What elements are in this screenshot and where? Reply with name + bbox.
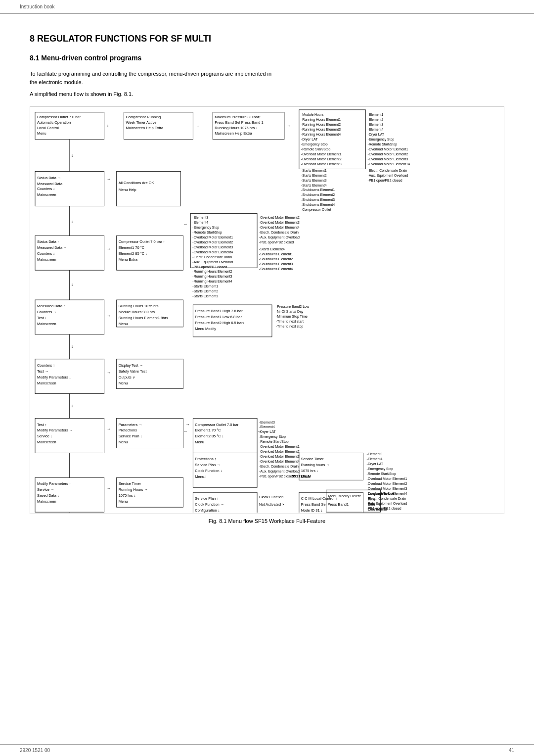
svg-text:-Remote Start/Stop: -Remote Start/Stop — [259, 440, 289, 444]
svg-text:↓: ↓ — [71, 152, 73, 157]
svg-text:Service Plan          →: Service Plan → — [195, 463, 220, 467]
svg-text:→: → — [107, 246, 111, 251]
svg-text:-Time to next stop: -Time to next stop — [276, 324, 304, 328]
svg-text:-Minimum Stop Time: -Minimum Stop Time — [276, 314, 308, 318]
svg-text:Outputs               ∨: Outputs ∨ — [119, 375, 135, 379]
svg-text:Service               →: Service → — [37, 487, 54, 492]
svg-text:-Overload Motor Element2: -Overload Motor Element2 — [301, 157, 342, 160]
svg-text:-Aux. Equipment Overload: -Aux. Equipment Overload — [368, 173, 408, 177]
svg-text:Menu        Help: Menu Help — [119, 188, 136, 192]
svg-text:-Running Hours  Element4: -Running Hours Element4 — [301, 132, 341, 136]
svg-text:Compressor Outlet   7.0 bar: Compressor Outlet 7.0 bar — [37, 114, 81, 119]
svg-text:-Shutdowns Element2: -Shutdowns Element2 — [301, 193, 335, 196]
svg-text:Counters              ↑: Counters ↑ — [37, 363, 55, 367]
svg-text:Not Activated    >: Not Activated > — [259, 502, 284, 507]
svg-text:-Electr. Condensate Drain: -Electr. Condensate Drain — [192, 255, 232, 259]
svg-text:Configuration         ↓: Configuration ↓ — [195, 508, 220, 513]
svg-text:↓: ↓ — [71, 343, 73, 348]
svg-text:-Starts Element3: -Starts Element3 — [301, 178, 327, 182]
svg-text:-Remote Start/Stop: -Remote Start/Stop — [367, 472, 397, 476]
svg-text:-Running Hours  Element1: -Running Hours Element1 — [301, 117, 341, 121]
svg-text:Pressure Band2 High  6.5 bar↓: Pressure Band2 High 6.5 bar↓ — [195, 320, 244, 325]
svg-text:-Date: -Date — [367, 503, 375, 506]
intro-line3: A simplified menu flow is shown in Fig. … — [30, 90, 504, 98]
svg-text:-Module Hours: -Module Hours — [301, 112, 324, 116]
svg-text:-Date Format: -Date Format — [367, 508, 387, 511]
svg-text:Week Timer Active: Week Timer Active — [126, 120, 157, 124]
svg-text:-Starts Element1: -Starts Element1 — [192, 284, 218, 288]
svg-text:-Shutdowns Element4: -Shutdowns Element4 — [259, 267, 293, 271]
svg-text:-Starts Element2: -Starts Element2 — [301, 173, 327, 177]
svg-text:-Shutdowns Element3: -Shutdowns Element3 — [301, 198, 335, 201]
svg-text:-Running Hours Element2: -Running Hours Element2 — [192, 270, 232, 274]
svg-text:→: → — [107, 486, 111, 491]
svg-text:-Time to next start: -Time to next start — [276, 319, 304, 323]
svg-text:Pressure Band1 High   7.8 bar: Pressure Band1 High 7.8 bar — [195, 308, 243, 313]
svg-text:-Emergency Stop: -Emergency Stop — [259, 435, 286, 439]
svg-text:Mainscreen: Mainscreen — [37, 440, 56, 444]
svg-text:-Electr. Condensate Drain: -Electr. Condensate Drain — [259, 465, 299, 468]
svg-text:Menu: Menu — [119, 380, 128, 385]
svg-text:1075 hrs   ↓: 1075 hrs ↓ — [301, 469, 318, 473]
svg-text:-Element4: -Element4 — [368, 127, 384, 131]
svg-text:-Overload Motor Element1: -Overload Motor Element1 — [301, 152, 342, 155]
svg-text:Protections: Protections — [119, 428, 137, 432]
svg-text:Service               ↓: Service ↓ — [37, 434, 52, 438]
svg-text:Status Data           ↑: Status Data ↑ — [37, 239, 59, 244]
svg-text:Press Band Sel  Press Band 1: Press Band Sel Press Band 1 — [215, 120, 263, 124]
page: Instruction book 8 REGULATOR FUNCTIONS F… — [0, 0, 534, 756]
svg-text:-Element2: -Element2 — [368, 117, 384, 121]
svg-text:Test                  →: Test → — [37, 369, 48, 373]
svg-text:-Overload Motor Element3: -Overload Motor Element3 — [259, 455, 300, 458]
svg-text:Menu: Menu — [37, 131, 46, 135]
svg-text:-Shutdowns Element1: -Shutdowns Element1 — [301, 188, 335, 191]
svg-text:-Element3: -Element3 — [367, 452, 383, 456]
svg-text:-Overload Motor Element2: -Overload Motor Element2 — [259, 216, 300, 219]
svg-text:-Aux. Equipment Overload: -Aux. Equipment Overload — [259, 236, 300, 239]
svg-text:-Dryer LAT: -Dryer LAT — [301, 137, 318, 141]
svg-text:Mainscreen: Mainscreen — [37, 499, 56, 504]
svg-text:Press Band Sel  Press Band1: Press Band Sel Press Band1 — [301, 502, 349, 507]
svg-text:-Nr Of Starts/ Day: -Nr Of Starts/ Day — [276, 309, 304, 313]
svg-text:-Shutdowns Element1: -Shutdowns Element1 — [259, 252, 293, 256]
svg-text:Module Hours       980 hrs: Module Hours 980 hrs — [119, 309, 155, 314]
svg-text:Protections           ↑: Protections ↑ — [195, 457, 216, 461]
svg-text:-Overload Motor Element2: -Overload Motor Element2 — [192, 240, 233, 244]
svg-text:All Conditions Are OK: All Conditions Are OK — [119, 180, 154, 185]
svg-text:→: → — [107, 313, 111, 318]
svg-text:↓: ↓ — [71, 219, 73, 224]
svg-text:↓: ↓ — [71, 282, 73, 287]
svg-text:Service Timer: Service Timer — [301, 457, 324, 461]
svg-text:Counters              ↓: Counters ↓ — [37, 251, 55, 256]
svg-text:Running Hours     1075 hrs: Running Hours 1075 hrs — [119, 304, 159, 308]
svg-text:-Starts Element1: -Starts Element1 — [301, 168, 327, 172]
menu-flow-diagram: Compressor Outlet 7.0 bar Automatic Oper… — [30, 106, 504, 514]
svg-text:Modify Parameters     ↓: Modify Parameters ↓ — [37, 375, 71, 379]
svg-text:-Shutdowns Element2: -Shutdowns Element2 — [259, 257, 293, 261]
svg-text:-Dryer LAT: -Dryer LAT — [367, 462, 384, 466]
svg-text:→: → — [107, 176, 111, 181]
svg-text:Maximum Pressure   8.0 bar↑: Maximum Pressure 8.0 bar↑ — [215, 114, 261, 119]
svg-text:Compressor Outlet  7.0 bar: Compressor Outlet 7.0 bar — [195, 422, 239, 426]
svg-text:-Compressor Outlet: -Compressor Outlet — [301, 208, 331, 212]
svg-text:Clock Function        →: Clock Function → — [195, 502, 224, 507]
svg-text:-Electr. Condensate Drain: -Electr. Condensate Drain — [259, 231, 299, 234]
svg-text:Mainscreen: Mainscreen — [37, 192, 56, 197]
svg-text:-Overload Motor Element3: -Overload Motor Element3 — [259, 221, 300, 224]
svg-text:→: → — [183, 429, 187, 434]
svg-text:-Overload Motor Element1: -Overload Motor Element1 — [368, 147, 408, 150]
svg-text:-Starts Element3: -Starts Element3 — [192, 294, 218, 298]
svg-text:-Element4: -Element4 — [367, 457, 383, 461]
svg-text:55117PEN: 55117PEN — [292, 474, 311, 478]
svg-text:Parameters            →: Parameters → — [119, 422, 142, 426]
svg-text:Status Data           →: Status Data → — [37, 175, 61, 180]
svg-text:-Running Hours Element3: -Running Hours Element3 — [192, 275, 232, 279]
svg-text:Modify Parameters     →: Modify Parameters → — [37, 428, 73, 432]
intro-line1: To facilitate programming and controllin… — [30, 70, 504, 86]
svg-text:→: → — [287, 123, 291, 128]
svg-text:→: → — [107, 426, 111, 431]
svg-text:-Overload Motor Element3: -Overload Motor Element3 — [368, 157, 408, 160]
svg-text:-Overload Motor Element2: -Overload Motor Element2 — [368, 152, 408, 155]
svg-text:→: → — [185, 422, 190, 426]
svg-text:-Element1: -Element1 — [368, 112, 384, 116]
